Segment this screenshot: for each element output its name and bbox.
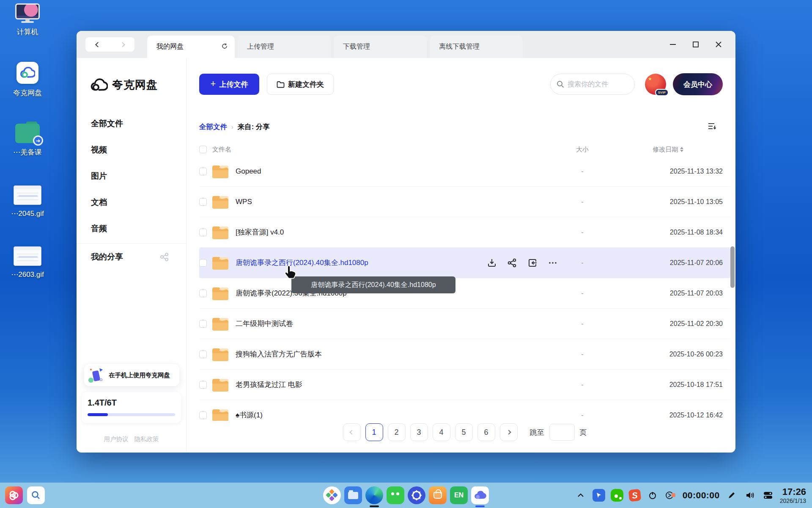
row-checkbox[interactable]	[199, 229, 207, 236]
table-row[interactable]: ♠书源(1) - 2025-10-12 16:42	[199, 400, 730, 421]
table-row[interactable]: 唐朝诡事录之西行(2024).40集全.hd1080p - 2025-11-07…	[199, 248, 730, 278]
page-number-input[interactable]	[549, 424, 575, 441]
browser-icon[interactable]	[365, 486, 383, 504]
row-checkbox[interactable]	[199, 168, 207, 175]
row-checkbox[interactable]	[199, 411, 207, 419]
power-icon[interactable]	[646, 489, 659, 502]
share-badge-icon: ➜	[33, 135, 43, 146]
quark-taskbar-icon[interactable]	[471, 486, 489, 504]
tab-download-manager[interactable]: 下载管理	[334, 36, 427, 58]
back-button[interactable]	[85, 37, 110, 52]
table-row[interactable]: 老男孩猛龙过江 电影 - 2025-10-18 17:51	[199, 370, 730, 400]
membership-center-button[interactable]: 会员中心	[673, 73, 723, 95]
table-row[interactable]: [独家音源] v4.0 - 2025-11-08 18:34	[199, 217, 730, 248]
page-button-6[interactable]: 6	[477, 423, 495, 441]
search-input[interactable]	[568, 80, 623, 88]
row-checkbox[interactable]	[199, 198, 207, 206]
remote-assist-tray-icon[interactable]	[593, 489, 605, 502]
app-store-icon[interactable]	[429, 486, 447, 504]
file-date: 2025-11-07 20:06	[606, 259, 730, 267]
new-folder-button[interactable]: 新建文件夹	[267, 74, 334, 95]
input-language-indicator[interactable]: EN	[450, 486, 468, 504]
window-scrollbar-thumb[interactable]	[730, 246, 735, 288]
file-name[interactable]: 二年级期中测试卷	[236, 319, 559, 329]
tab-upload-manager[interactable]: 上传管理	[238, 36, 331, 58]
file-name[interactable]: ♠书源(1)	[236, 410, 559, 420]
row-checkbox[interactable]	[199, 259, 207, 267]
table-row[interactable]: 搜狗输入法官方无广告版本 - 2025-10-26 00:23	[199, 339, 730, 370]
select-all-checkbox[interactable]	[199, 146, 207, 153]
sidebar-item-videos[interactable]: 视频	[77, 137, 186, 163]
maximize-button[interactable]	[687, 36, 704, 53]
wechat-icon[interactable]	[387, 486, 404, 504]
page-button-3[interactable]: 3	[410, 423, 428, 441]
screen-recorder-icon[interactable]	[664, 489, 677, 502]
volume-icon[interactable]	[743, 489, 756, 502]
row-checkbox[interactable]	[199, 351, 207, 358]
file-name[interactable]: WPS	[236, 198, 559, 206]
launcher-icon[interactable]	[5, 486, 23, 504]
row-checkbox[interactable]	[199, 320, 207, 328]
user-agreement-link[interactable]: 用户协议	[104, 435, 129, 443]
tab-offline-download-manager[interactable]: 离线下载管理	[430, 36, 523, 58]
sidebar-item-images[interactable]: 图片	[77, 163, 186, 189]
file-name[interactable]: 搜狗输入法官方无广告版本	[236, 349, 559, 359]
next-page-button[interactable]	[500, 423, 518, 441]
more-actions-icon[interactable]	[548, 258, 558, 268]
folder-icon	[212, 347, 229, 362]
header-date-sort[interactable]: 修改日期	[606, 146, 730, 154]
file-name[interactable]: Gopeed	[236, 167, 559, 176]
table-row[interactable]: 唐朝诡事录(2022).36集全.hd1080p - 2025-11-07 20…	[199, 278, 730, 309]
table-row[interactable]: Gopeed - 2025-11-13 13:32	[199, 156, 730, 187]
desktop-icon-shared-folder[interactable]: ➜ ⋯羌备课	[4, 124, 51, 157]
header-date-label: 修改日期	[653, 146, 678, 154]
desktop-icon-computer[interactable]: 计算机	[4, 3, 51, 37]
mobile-app-promo[interactable]: 在手机上使用夸克网盘	[84, 364, 179, 386]
page-button-4[interactable]: 4	[433, 423, 450, 441]
breadcrumb-all-files[interactable]: 全部文件	[199, 122, 227, 132]
annotation-pen-icon[interactable]	[725, 489, 738, 502]
prev-page-button[interactable]	[343, 423, 361, 441]
wechat-tray-icon[interactable]	[611, 489, 623, 502]
tab-label: 我的网盘	[156, 42, 184, 51]
file-date: 2025-11-08 18:34	[606, 229, 730, 236]
user-avatar[interactable]: ★ SVIP	[645, 74, 666, 95]
tab-my-drive[interactable]: 我的网盘	[147, 36, 235, 58]
list-view-toggle-icon[interactable]	[708, 122, 717, 132]
row-checkbox[interactable]	[199, 290, 207, 297]
desktop-icon-gif-2045[interactable]: ⋯2045.gif	[4, 185, 51, 218]
row-checkbox[interactable]	[199, 381, 207, 389]
upload-file-button[interactable]: + 上传文件	[199, 74, 259, 95]
taskbar-search-icon[interactable]	[27, 486, 45, 504]
table-row[interactable]: WPS - 2025-11-10 13:05	[199, 187, 730, 217]
close-button[interactable]	[710, 36, 727, 53]
share-icon[interactable]	[507, 258, 517, 268]
sogou-input-tray-icon[interactable]: S	[628, 489, 641, 502]
taskbar-clock[interactable]: 17:26 2026/1/13	[780, 486, 806, 504]
search-box[interactable]	[550, 74, 635, 95]
privacy-policy-link[interactable]: 隐私政策	[134, 435, 159, 443]
sidebar-item-my-shares[interactable]: 我的分享	[77, 244, 186, 270]
page-button-2[interactable]: 2	[388, 423, 406, 441]
desktop-icon-gif-2603[interactable]: ⋯2603.gif	[4, 246, 51, 279]
file-manager-icon[interactable]	[344, 486, 362, 504]
file-name[interactable]: 老男孩猛龙过江 电影	[236, 380, 559, 389]
sidebar-item-documents[interactable]: 文档	[77, 189, 186, 215]
refresh-icon[interactable]	[221, 43, 228, 51]
page-button-1[interactable]: 1	[365, 423, 383, 441]
download-icon[interactable]	[487, 258, 497, 268]
tray-expand-icon[interactable]	[574, 489, 587, 502]
window-titlebar: 我的网盘 上传管理 下载管理 离线下载管理	[77, 31, 735, 58]
save-to-icon[interactable]	[527, 258, 538, 268]
forward-button[interactable]	[110, 37, 134, 52]
sidebar-item-audio[interactable]: 音频	[77, 215, 186, 242]
minimize-button[interactable]	[664, 36, 681, 53]
toggles-icon[interactable]	[762, 489, 774, 502]
desktop-icon-quark[interactable]: 夸克网盘	[4, 62, 51, 98]
file-name[interactable]: [独家音源] v4.0	[236, 227, 559, 237]
settings-icon[interactable]	[408, 486, 425, 504]
app-center-icon[interactable]	[323, 486, 341, 504]
table-row[interactable]: 二年级期中测试卷 - 2025-11-02 20:30	[199, 309, 730, 339]
page-button-5[interactable]: 5	[455, 423, 473, 441]
sidebar-item-all-files[interactable]: 全部文件	[77, 110, 186, 137]
